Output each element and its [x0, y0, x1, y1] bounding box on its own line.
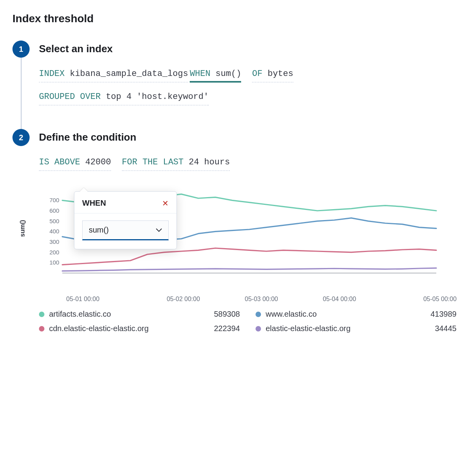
legend-item[interactable]: cdn.elastic-elastic-elastic.org222394 — [39, 324, 240, 333]
expr-grouped[interactable]: GROUPED OVER top 4 'host.keyword' — [39, 92, 209, 106]
legend-item[interactable]: elastic-elastic-elastic.org34445 — [256, 324, 457, 333]
legend-value: 589308 — [214, 310, 240, 319]
svg-text:200: 200 — [49, 249, 59, 256]
step1-title: Select an index — [39, 43, 457, 55]
expr-grouped-kw: GROUPED OVER — [39, 92, 100, 102]
svg-text:600: 600 — [49, 207, 59, 214]
chart-legend: artifacts.elastic.co589308www.elastic.co… — [39, 310, 457, 333]
expr-index[interactable]: INDEX kibana_sample_data_logs — [39, 69, 188, 83]
svg-text:400: 400 — [49, 228, 59, 234]
when-select-value: sum() — [89, 226, 109, 234]
expr-for-last[interactable]: FOR THE LAST 24 hours — [122, 157, 230, 171]
legend-dot-icon — [39, 326, 44, 331]
expr-when-val: sum() — [215, 69, 241, 79]
chart-xtick: 05-02 00:00 — [144, 296, 222, 303]
step-select-index: 1 Select an index INDEX kibana_sample_da… — [12, 41, 457, 115]
svg-text:700: 700 — [49, 197, 59, 203]
expr-above-kw: IS ABOVE — [39, 157, 80, 167]
legend-name: www.elastic.co — [266, 310, 317, 319]
expr-last-kw: FOR THE LAST — [122, 157, 183, 167]
expr-is-above[interactable]: IS ABOVE 42000 — [39, 157, 111, 171]
svg-text:300: 300 — [49, 238, 59, 245]
expr-of[interactable]: OF bytes — [252, 69, 293, 83]
expr-of-kw: OF — [252, 69, 262, 79]
chart-xtick: 05-04 00:00 — [300, 296, 378, 303]
legend-name: artifacts.elastic.co — [49, 310, 111, 319]
expr-of-val: bytes — [268, 69, 293, 79]
step2-title: Define the condition — [39, 131, 457, 143]
expr-last-val: 24 hours — [189, 157, 230, 167]
chart-ylabel: sum() — [19, 220, 26, 237]
legend-item[interactable]: artifacts.elastic.co589308 — [39, 310, 240, 319]
expr-grouped-val: top 4 'host.keyword' — [106, 92, 209, 102]
chart-xtick: 05-01 00:00 — [66, 296, 144, 303]
chart-xticks: 05-01 00:0005-02 00:0005-03 00:0005-04 0… — [66, 296, 457, 303]
legend-value: 34445 — [435, 324, 457, 333]
popover-title: WHEN — [82, 199, 106, 208]
legend-name: elastic-elastic-elastic.org — [266, 324, 351, 333]
legend-dot-icon — [39, 312, 44, 317]
expr-when-kw: WHEN — [190, 69, 210, 79]
legend-name: cdn.elastic-elastic-elastic.org — [49, 324, 149, 333]
chart-xtick: 05-03 00:00 — [222, 296, 300, 303]
expr-above-val: 42000 — [85, 157, 111, 167]
step-number-1: 1 — [12, 41, 30, 58]
chart-container: sum() 100200300400500600700 WHEN ✕ sum() — [27, 191, 457, 293]
legend-item[interactable]: www.elastic.co413989 — [256, 310, 457, 319]
expr-index-kw: INDEX — [39, 69, 65, 79]
chevron-down-icon — [156, 227, 162, 233]
svg-text:100: 100 — [49, 259, 59, 266]
chart-xtick: 05-05 00:00 — [379, 296, 457, 303]
svg-text:500: 500 — [49, 218, 59, 224]
close-icon[interactable]: ✕ — [162, 199, 169, 207]
when-popover: WHEN ✕ sum() — [74, 191, 177, 249]
legend-value: 413989 — [430, 310, 457, 319]
when-select[interactable]: sum() — [82, 220, 169, 240]
step-define-condition: 2 Define the condition IS ABOVE 42000 FO… — [12, 129, 457, 333]
legend-dot-icon — [256, 326, 261, 331]
page-title: Index threshold — [12, 12, 457, 25]
expr-index-val: kibana_sample_data_logs — [70, 69, 188, 79]
step-number-2: 2 — [12, 129, 30, 146]
expr-when[interactable]: WHEN sum() — [190, 69, 241, 83]
legend-dot-icon — [256, 312, 261, 317]
legend-value: 222394 — [214, 324, 240, 333]
